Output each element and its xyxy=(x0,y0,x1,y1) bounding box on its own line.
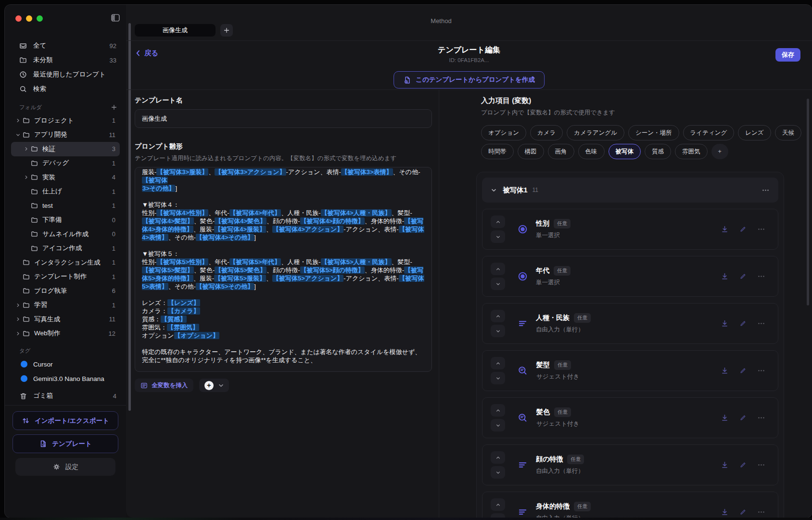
minimize-button[interactable] xyxy=(26,15,32,22)
pencil-icon[interactable] xyxy=(739,367,747,374)
add-folder-button[interactable] xyxy=(111,104,117,111)
prompt-textarea[interactable]: 服装-【被写体3>服装】、【被写体3>アクション】-アクション、表情-【被写体3… xyxy=(135,167,432,372)
chevron-down-icon[interactable] xyxy=(15,132,23,138)
more-options-icon[interactable] xyxy=(757,272,765,280)
sidebar-item[interactable]: 検索 xyxy=(5,82,126,96)
template-name-input[interactable]: 画像生成 xyxy=(135,109,432,128)
template-button[interactable]: テンプレート xyxy=(13,434,118,453)
sidebar-item[interactable]: 全て92 xyxy=(5,38,126,53)
category-chip[interactable]: 構図 xyxy=(518,144,544,159)
folder-row[interactable]: test1 xyxy=(11,199,120,213)
category-chip[interactable]: カメラ xyxy=(530,125,563,140)
pencil-icon[interactable] xyxy=(739,461,747,469)
zoom-button[interactable] xyxy=(37,15,43,22)
more-options-icon[interactable] xyxy=(757,367,765,375)
sidebar-item[interactable]: 最近使用したプロンプト xyxy=(5,67,126,82)
insert-all-variables-button[interactable]: 全変数を挿入 xyxy=(135,379,193,392)
move-down-button[interactable] xyxy=(491,278,505,290)
category-chip[interactable]: ライティング xyxy=(683,125,735,140)
close-button[interactable] xyxy=(15,15,22,22)
pencil-icon[interactable] xyxy=(739,226,747,233)
category-chip[interactable]: 画角 xyxy=(548,144,574,159)
move-up-button[interactable] xyxy=(491,498,505,511)
more-options-icon[interactable] xyxy=(757,319,765,328)
folder-row[interactable]: Web制作12 xyxy=(11,327,120,341)
download-icon[interactable] xyxy=(721,225,729,233)
folder-row[interactable]: アイコン作成1 xyxy=(11,241,120,256)
sidebar-toggle-icon[interactable] xyxy=(111,14,120,24)
category-chip[interactable]: 被写体 xyxy=(609,144,641,159)
folder-row[interactable]: 検証3 xyxy=(11,142,120,156)
more-options-icon[interactable] xyxy=(757,508,765,516)
subject-section-header[interactable]: 被写体1 11 xyxy=(482,178,778,203)
download-icon[interactable] xyxy=(721,461,729,469)
move-up-button[interactable] xyxy=(491,357,505,369)
prompt-line: 雰囲気：【雰囲気】 xyxy=(142,323,425,331)
move-up-button[interactable] xyxy=(491,451,505,464)
folder-row[interactable]: 実装4 xyxy=(11,170,120,185)
more-options-icon[interactable] xyxy=(757,225,765,233)
category-chip[interactable]: オプション xyxy=(481,125,526,140)
pencil-icon[interactable] xyxy=(739,273,747,280)
add-tab-button[interactable] xyxy=(220,24,233,37)
settings-button[interactable]: 設定 xyxy=(15,458,115,476)
category-chip[interactable]: 質感 xyxy=(645,144,671,159)
folder-row[interactable]: 写真生成11 xyxy=(11,312,120,327)
more-options-icon[interactable] xyxy=(757,461,765,469)
chevron-right-icon[interactable] xyxy=(15,303,23,308)
tag-item[interactable]: Gemini3.0 Nano Banana xyxy=(5,371,126,386)
trash-item[interactable]: ゴミ箱 4 xyxy=(5,389,126,403)
download-icon[interactable] xyxy=(721,272,729,280)
move-down-button[interactable] xyxy=(491,419,505,431)
folder-row[interactable]: プロジェクト1 xyxy=(11,114,120,128)
add-variable-dropdown[interactable]: + xyxy=(199,379,229,392)
download-icon[interactable] xyxy=(721,508,729,516)
folder-row[interactable]: ブログ執筆6 xyxy=(11,284,120,298)
section-menu-button[interactable] xyxy=(761,186,770,194)
save-button[interactable]: 保存 xyxy=(775,48,800,62)
chevron-right-icon[interactable] xyxy=(15,118,23,123)
category-chip[interactable]: 雰囲気 xyxy=(675,144,708,159)
move-up-button[interactable] xyxy=(491,404,505,417)
tab-image-generation[interactable]: 画像生成 xyxy=(135,24,216,37)
category-chip[interactable]: カメラアングル xyxy=(567,125,624,140)
folder-row[interactable]: 学習1 xyxy=(11,298,120,313)
move-up-button[interactable] xyxy=(491,310,505,322)
add-category-chip[interactable]: + xyxy=(711,144,728,159)
download-icon[interactable] xyxy=(721,414,729,422)
folder-row[interactable]: アプリ開発11 xyxy=(11,128,120,142)
move-down-button[interactable] xyxy=(491,466,505,479)
folder-row[interactable]: インタラクション生成1 xyxy=(11,255,120,270)
folder-row[interactable]: 仕上げ1 xyxy=(11,185,120,199)
chevron-right-icon[interactable] xyxy=(15,317,23,322)
chevron-right-icon[interactable] xyxy=(15,331,23,336)
more-options-icon[interactable] xyxy=(757,414,765,422)
pencil-icon[interactable] xyxy=(739,320,747,327)
download-icon[interactable] xyxy=(721,319,729,328)
category-chip[interactable]: シーン・場所 xyxy=(628,125,679,140)
content-scrollbar[interactable] xyxy=(128,23,131,411)
category-chip[interactable]: レンズ xyxy=(738,125,771,140)
chevron-right-icon[interactable] xyxy=(24,175,31,180)
pencil-icon[interactable] xyxy=(739,508,747,516)
move-down-button[interactable] xyxy=(491,230,505,243)
category-chip[interactable]: 天候 xyxy=(775,125,801,140)
move-down-button[interactable] xyxy=(491,372,505,384)
sidebar-item[interactable]: ?未分類33 xyxy=(5,53,126,67)
create-prompt-button[interactable]: このテンプレートからプロンプトを作成 xyxy=(393,71,545,89)
move-up-button[interactable] xyxy=(491,263,505,275)
chevron-right-icon[interactable] xyxy=(24,146,31,152)
import-export-button[interactable]: インポート/エクスポート xyxy=(13,411,118,430)
pencil-icon[interactable] xyxy=(739,414,747,421)
move-down-button[interactable] xyxy=(491,325,505,337)
download-icon[interactable] xyxy=(721,367,729,375)
folder-row[interactable]: 下準備0 xyxy=(11,213,120,228)
move-up-button[interactable] xyxy=(491,216,505,228)
folder-row[interactable]: デバッグ1 xyxy=(11,156,120,171)
category-chip[interactable]: 時間帯 xyxy=(481,144,514,159)
folder-row[interactable]: テンプレート制作1 xyxy=(11,270,120,284)
tag-item[interactable]: Cursor xyxy=(5,357,126,371)
category-chip[interactable]: 色味 xyxy=(578,144,605,159)
move-down-button[interactable] xyxy=(491,513,505,518)
folder-row[interactable]: サムネイル作成0 xyxy=(11,227,120,241)
